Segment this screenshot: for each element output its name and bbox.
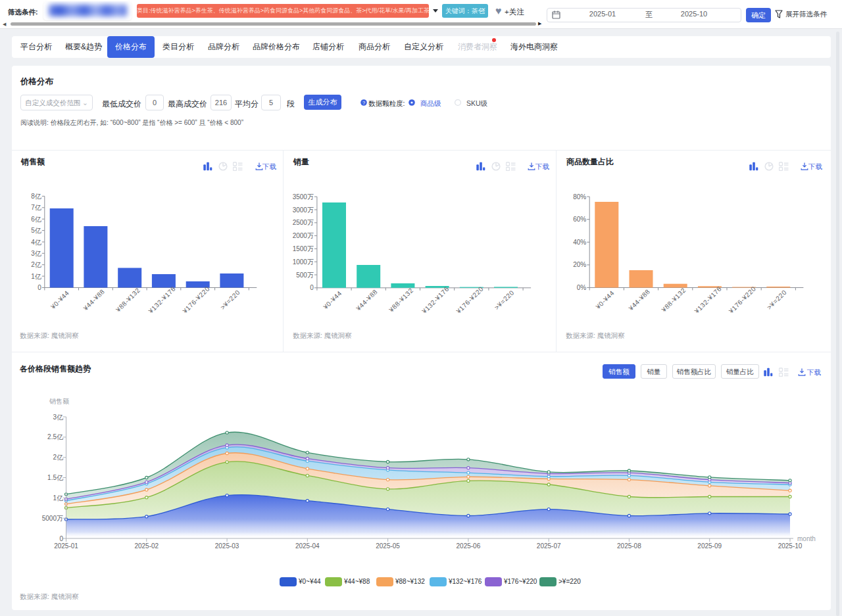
svg-text:>¥=220: >¥=220	[219, 289, 241, 311]
svg-text:20%: 20%	[573, 261, 586, 268]
svg-text:¥88-¥132: ¥88-¥132	[660, 286, 687, 314]
svg-text:¥132-¥176: ¥132-¥176	[147, 285, 177, 315]
svg-text:40%: 40%	[573, 239, 586, 246]
svg-text:1500万: 1500万	[293, 245, 314, 252]
svg-text:3500万: 3500万	[293, 193, 314, 201]
svg-text:500万: 500万	[296, 272, 314, 279]
svg-text:2025-07: 2025-07	[537, 542, 561, 550]
svg-text:2025-04: 2025-04	[295, 542, 320, 550]
svg-text:3亿: 3亿	[53, 414, 64, 421]
svg-text:80%: 80%	[573, 193, 586, 201]
svg-text:¥44-¥88: ¥44-¥88	[82, 288, 106, 312]
svg-text:2500万: 2500万	[293, 219, 314, 226]
svg-text:2025-03: 2025-03	[215, 542, 239, 550]
svg-text:0%: 0%	[577, 284, 587, 291]
svg-text:¥132-¥176: ¥132-¥176	[693, 285, 723, 315]
svg-text:1亿: 1亿	[53, 494, 64, 502]
svg-text:2025-05: 2025-05	[376, 542, 400, 550]
svg-text:2亿: 2亿	[31, 261, 42, 268]
svg-text:¥0-¥44: ¥0-¥44	[594, 289, 616, 311]
svg-text:5亿: 5亿	[31, 227, 42, 234]
svg-text:>¥=220: >¥=220	[766, 289, 788, 311]
svg-text:¥176-¥220: ¥176-¥220	[181, 285, 211, 315]
svg-text:2025-06: 2025-06	[457, 542, 481, 550]
svg-text:>¥=220: >¥=220	[493, 289, 515, 311]
svg-text:1亿: 1亿	[31, 273, 42, 280]
svg-text:¥176-¥220: ¥176-¥220	[455, 285, 485, 316]
svg-text:1.5亿: 1.5亿	[47, 474, 64, 481]
svg-text:2亿: 2亿	[53, 454, 64, 461]
svg-text:2.5亿: 2.5亿	[47, 433, 64, 440]
svg-text:0: 0	[59, 535, 63, 542]
svg-text:¥176-¥220: ¥176-¥220	[727, 285, 757, 315]
svg-text:¥132-¥176: ¥132-¥176	[420, 285, 451, 316]
svg-text:6亿: 6亿	[31, 216, 42, 223]
svg-text:3000万: 3000万	[293, 206, 314, 214]
svg-text:销售额: 销售额	[49, 398, 69, 405]
svg-text:¥0-¥44: ¥0-¥44	[49, 289, 70, 311]
svg-text:2025-02: 2025-02	[134, 542, 159, 550]
svg-text:¥88-¥132: ¥88-¥132	[114, 286, 141, 314]
svg-text:0: 0	[310, 284, 314, 291]
svg-text:2000万: 2000万	[293, 232, 314, 239]
svg-text:2025-09: 2025-09	[697, 542, 722, 550]
svg-text:8亿: 8亿	[31, 193, 42, 200]
svg-text:2025-01: 2025-01	[54, 542, 78, 550]
svg-text:¥88-¥132: ¥88-¥132	[387, 287, 415, 314]
svg-text:1000万: 1000万	[293, 258, 314, 266]
svg-text:?: ?	[362, 100, 365, 106]
svg-text:¥0-¥44: ¥0-¥44	[322, 289, 343, 311]
svg-text:4亿: 4亿	[31, 239, 42, 246]
svg-text:7亿: 7亿	[31, 204, 42, 211]
svg-text:2025-10: 2025-10	[778, 542, 803, 550]
svg-text:month: month	[797, 535, 816, 542]
svg-text:60%: 60%	[573, 216, 586, 223]
svg-text:3亿: 3亿	[31, 250, 42, 257]
svg-text:5000万: 5000万	[42, 515, 63, 522]
svg-text:¥44-¥88: ¥44-¥88	[627, 288, 651, 312]
svg-text:¥44-¥88: ¥44-¥88	[355, 288, 379, 312]
svg-text:0: 0	[37, 284, 41, 291]
svg-text:2025-08: 2025-08	[617, 542, 641, 550]
